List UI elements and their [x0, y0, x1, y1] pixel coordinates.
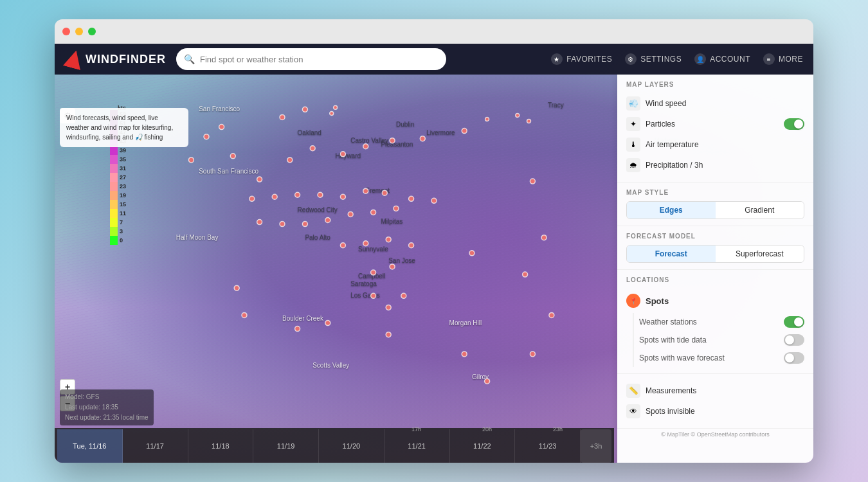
wind-speed-label: Wind speed — [646, 99, 804, 108]
nav-favorites[interactable]: ★ FAVORITES — [551, 53, 612, 65]
layer-precipitation[interactable]: 🌧 Precipitation / 3h — [626, 155, 804, 175]
superforecast-button[interactable]: Superforecast — [716, 245, 804, 262]
forecast-button[interactable]: Forecast — [627, 245, 716, 262]
date-label-7: 11/23 — [539, 442, 557, 450]
copyright: © MapTiler © OpenStreetMap contributors — [617, 429, 813, 440]
map-area[interactable]: San Francisco Oakland Hayward Pleasanton… — [55, 75, 813, 463]
timeline-date-5[interactable]: 11/21 — [384, 429, 450, 463]
timeline-date-6[interactable]: 11/22 — [450, 429, 516, 463]
minimize-button[interactable] — [75, 28, 83, 35]
hour-17: 17h — [411, 426, 421, 433]
date-label-4: 11/20 — [343, 442, 361, 450]
map-style-buttons: Edges Gradient — [626, 201, 804, 219]
date-label-5: 11/21 — [408, 442, 426, 450]
date-label-3: 11/19 — [277, 442, 295, 450]
account-label: ACCOUNT — [710, 55, 750, 64]
weather-stations-label: Weather stations — [639, 317, 784, 326]
model-last-update: Last update: 18:35 — [65, 402, 149, 413]
timeline: 17h 20h 23h Tue, 11/16 11/17 11/18 11 — [55, 428, 614, 463]
timeline-date-3[interactable]: 11/19 — [253, 429, 319, 463]
wind-val-3: 3 — [120, 228, 123, 235]
browser-window: WINDFINDER 🔍 ★ FAVORITES ⚙ SETTINGS 👤 AC… — [55, 19, 813, 463]
tide-data-label: Spots with tide data — [639, 335, 784, 344]
favorites-icon: ★ — [551, 53, 563, 65]
particles-toggle[interactable] — [784, 118, 804, 130]
nav-items: ★ FAVORITES ⚙ SETTINGS 👤 ACCOUNT ≡ MORE — [551, 53, 803, 65]
logo[interactable]: WINDFINDER — [65, 50, 166, 68]
map-style-title: MAP STYLE — [626, 189, 804, 196]
info-text: Wind forecasts, wind speed, live weather… — [66, 113, 182, 142]
wave-forecast-label: Spots with wave forecast — [639, 353, 784, 362]
wind-val-11: 11 — [120, 210, 126, 217]
forecast-model-buttons: Forecast Superforecast — [626, 245, 804, 263]
model-info: Model: GFS Last update: 18:35 Next updat… — [60, 389, 154, 425]
spots-icon: 📍 — [626, 294, 640, 308]
air-temp-icon: 🌡 — [626, 138, 640, 152]
more-icon: ≡ — [763, 53, 775, 65]
measurements-item[interactable]: 📏 Measurements — [626, 380, 804, 401]
forecast-model-title: FORECAST MODEL — [626, 233, 804, 240]
settings-icon: ⚙ — [625, 53, 637, 65]
measurements-icon: 📏 — [626, 384, 640, 398]
layer-particles[interactable]: ✦ Particles — [626, 114, 804, 134]
model-name: Model: GFS — [65, 392, 149, 402]
right-panel: MAP LAYERS 💨 Wind speed ✦ Particles 🌡 Ai… — [617, 75, 813, 463]
timeline-plus[interactable]: +3h — [581, 429, 611, 463]
map-style-section: MAP STYLE Edges Gradient — [617, 183, 813, 226]
sub-tide-data: Spots with tide data — [633, 331, 804, 349]
locations-section: LOCATIONS 📍 Spots Weather stations Spots… — [617, 270, 813, 374]
spots-invisible-icon: 👁 — [626, 404, 640, 418]
hour-23: 23h — [553, 426, 563, 433]
nav-settings[interactable]: ⚙ SETTINGS — [625, 53, 682, 65]
map-info-box: Wind forecasts, wind speed, live weather… — [60, 108, 188, 147]
logo-text: WINDFINDER — [86, 53, 166, 66]
spots-header[interactable]: 📍 Spots — [626, 289, 804, 313]
date-label-2: 11/18 — [212, 442, 230, 450]
timeline-plus-label: +3h — [590, 442, 602, 450]
sub-weather-stations: Weather stations — [633, 313, 804, 331]
search-input[interactable] — [200, 55, 439, 64]
style-edges-button[interactable]: Edges — [627, 202, 716, 219]
weather-stations-toggle[interactable] — [784, 316, 804, 328]
wind-val-7: 7 — [120, 219, 123, 226]
date-label-6: 11/22 — [473, 442, 491, 450]
timeline-date-0[interactable]: Tue, 11/16 — [57, 429, 123, 463]
tide-data-toggle[interactable] — [784, 334, 804, 346]
forecast-model-section: FORECAST MODEL Forecast Superforecast — [617, 226, 813, 270]
search-bar[interactable]: 🔍 — [176, 48, 446, 70]
wind-val-39: 39 — [120, 147, 126, 154]
hour-20: 20h — [482, 426, 492, 433]
nav-more[interactable]: ≡ MORE — [763, 53, 803, 65]
layer-wind-speed[interactable]: 💨 Wind speed — [626, 93, 804, 114]
logo-icon — [63, 48, 85, 70]
map-layers-section: MAP LAYERS 💨 Wind speed ✦ Particles 🌡 Ai… — [617, 75, 813, 183]
more-label: MORE — [779, 55, 803, 64]
timeline-date-7[interactable]: 11/23 — [515, 429, 581, 463]
wave-forecast-toggle[interactable] — [784, 352, 804, 364]
measurements-section: 📏 Measurements 👁 Spots invisible — [617, 374, 813, 429]
wind-speed-icon: 💨 — [626, 96, 640, 111]
date-label-1: 11/17 — [146, 442, 164, 450]
timeline-date-1[interactable]: 11/17 — [123, 429, 188, 463]
measurements-label: Measurements — [646, 386, 804, 395]
precipitation-label: Precipitation / 3h — [646, 161, 804, 170]
sub-wave-forecast: Spots with wave forecast — [633, 349, 804, 367]
layer-air-temperature[interactable]: 🌡 Air temperature — [626, 134, 804, 155]
favorites-label: FAVORITES — [566, 55, 612, 64]
style-gradient-button[interactable]: Gradient — [716, 202, 804, 219]
map-layers-title: MAP LAYERS — [626, 81, 804, 88]
wind-val-31: 31 — [120, 165, 126, 172]
locations-title: LOCATIONS — [626, 276, 804, 283]
account-icon: 👤 — [694, 53, 706, 65]
timeline-dates: Tue, 11/16 11/17 11/18 11/19 11/20 — [55, 429, 614, 463]
timeline-date-4[interactable]: 11/20 — [319, 429, 384, 463]
wind-val-27: 27 — [120, 174, 126, 181]
spots-invisible-item[interactable]: 👁 Spots invisible — [626, 401, 804, 422]
timeline-date-2[interactable]: 11/18 — [188, 429, 254, 463]
maximize-button[interactable] — [88, 28, 96, 35]
close-button[interactable] — [62, 28, 70, 35]
nav-account[interactable]: 👤 ACCOUNT — [694, 53, 750, 65]
particles-label: Particles — [646, 120, 779, 129]
titlebar — [55, 19, 813, 44]
search-icon: 🔍 — [184, 54, 195, 64]
